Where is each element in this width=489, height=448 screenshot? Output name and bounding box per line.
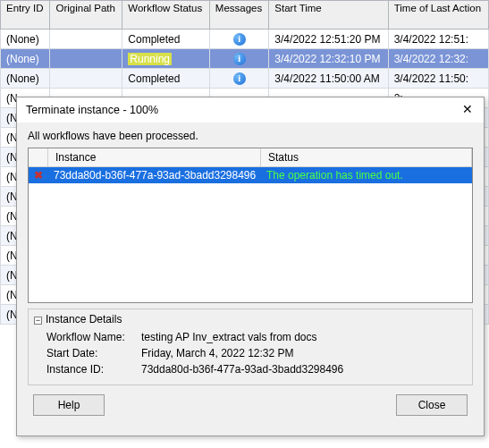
start-date-value: Friday, March 4, 2022 12:32 PM	[141, 347, 294, 359]
grid-cell	[50, 49, 122, 69]
grid-cell: 3/4/2022 11:50:	[388, 69, 488, 89]
info-icon[interactable]: i	[233, 72, 246, 85]
grid-cell: (None)	[1, 30, 50, 49]
grid-cell: i	[209, 49, 269, 69]
grid-cell: i	[209, 69, 269, 89]
instance-details: −Instance Details Workflow Name:testing …	[28, 309, 473, 385]
grid-cell: Running	[122, 49, 210, 69]
instance-id-value: 73dda80d-b36f-477a-93ad-3badd3298496	[141, 363, 343, 376]
grid-cell: 3/4/2022 12:51:	[388, 30, 488, 49]
collapse-icon[interactable]: −	[34, 317, 42, 325]
error-icon: ✖	[29, 167, 48, 183]
close-icon[interactable]: ✕	[457, 101, 478, 119]
grid-header[interactable]: Entry ID	[1, 1, 50, 30]
grid-header[interactable]: Original Path	[50, 1, 122, 30]
terminate-dialog: Terminate instance - 100% ✕ All workflow…	[16, 97, 485, 436]
grid-header[interactable]: Messages	[209, 1, 269, 30]
grid-cell: Completed	[122, 30, 210, 49]
dialog-title: Terminate instance - 100%	[26, 104, 158, 116]
instance-list[interactable]: Instance Status ✖ 73dda80d-b36f-477a-93a…	[28, 148, 473, 303]
start-date-label: Start Date:	[46, 347, 141, 359]
grid-cell	[50, 30, 122, 49]
grid-cell: i	[209, 30, 269, 49]
col-status-header: Status	[261, 148, 472, 167]
table-row[interactable]: (None)Runningi3/4/2022 12:32:10 PM3/4/20…	[1, 49, 489, 69]
workflow-name-label: Workflow Name:	[46, 331, 141, 343]
info-icon[interactable]: i	[233, 53, 246, 65]
info-icon[interactable]: i	[233, 33, 246, 46]
grid-cell: (None)	[1, 69, 50, 89]
details-title: Instance Details	[46, 313, 122, 325]
col-icon-header	[29, 148, 48, 167]
grid-cell: (None)	[1, 49, 50, 69]
instance-row[interactable]: ✖ 73dda80d-b36f-477a-93ad-3badd3298496 T…	[29, 167, 472, 183]
grid-cell: 3/4/2022 12:51:20 PM	[269, 30, 388, 49]
grid-cell: 3/4/2022 11:50:00 AM	[269, 69, 388, 89]
grid-header[interactable]: Start Time	[269, 1, 388, 30]
table-row[interactable]: (None)Completedi3/4/2022 12:51:20 PM3/4/…	[1, 30, 489, 49]
grid-cell: Completed	[122, 69, 210, 89]
grid-cell: 3/4/2022 12:32:	[388, 49, 488, 69]
workflow-name-value: testing AP Inv_extract vals from docs	[141, 331, 317, 343]
col-instance-header: Instance	[48, 148, 261, 167]
grid-header[interactable]: Workflow Status	[122, 1, 210, 30]
grid-cell	[50, 69, 122, 89]
instance-id-cell: 73dda80d-b36f-477a-93ad-3badd3298496	[48, 167, 261, 183]
close-button[interactable]: Close	[396, 394, 468, 416]
instance-id-label: Instance ID:	[46, 363, 141, 376]
grid-cell: 3/4/2022 12:32:10 PM	[269, 49, 388, 69]
help-button[interactable]: Help	[33, 394, 105, 416]
instance-status-cell: The operation has timed out.	[266, 169, 403, 182]
dialog-message: All workflows have been processed.	[28, 130, 473, 142]
table-row[interactable]: (None)Completedi3/4/2022 11:50:00 AM3/4/…	[1, 69, 489, 89]
grid-header[interactable]: Time of Last Action	[388, 1, 488, 30]
